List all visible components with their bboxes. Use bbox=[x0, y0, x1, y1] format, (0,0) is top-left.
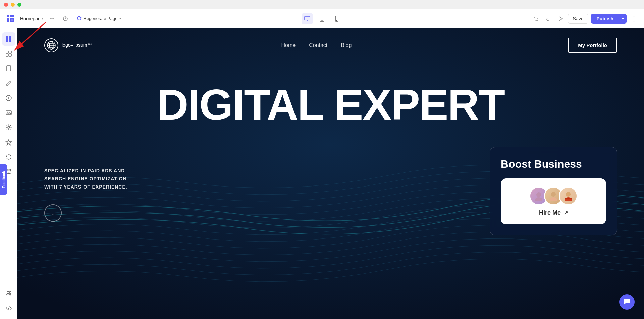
scroll-down-button[interactable]: ↓ bbox=[44, 204, 62, 222]
svg-rect-13 bbox=[6, 54, 8, 56]
play-icon[interactable] bbox=[556, 14, 565, 23]
traffic-light-yellow[interactable] bbox=[11, 3, 15, 7]
hire-me-row[interactable]: Hire Me ↗ bbox=[539, 209, 568, 216]
sidebar-item-edit[interactable] bbox=[2, 76, 15, 90]
traffic-light-red[interactable] bbox=[4, 3, 8, 7]
site-nav: logo– ipsum™ Home Contact Blog My Portfo… bbox=[17, 28, 644, 62]
avatar-3 bbox=[559, 187, 578, 205]
nav-link-blog[interactable]: Blog bbox=[341, 42, 352, 48]
svg-point-3 bbox=[322, 20, 322, 21]
hire-me-arrow-icon: ↗ bbox=[564, 210, 568, 216]
toolbar: Homepage Regenerate Page ▾ bbox=[0, 9, 644, 28]
tablet-view-button[interactable] bbox=[317, 13, 327, 24]
history-icon[interactable] bbox=[61, 14, 70, 23]
chat-bubble[interactable] bbox=[619, 294, 635, 310]
logo-text: logo– ipsum™ bbox=[62, 42, 92, 48]
nav-link-home[interactable]: Home bbox=[281, 42, 296, 48]
apps-icon[interactable] bbox=[5, 13, 16, 24]
mobile-view-button[interactable] bbox=[331, 13, 342, 24]
avatar-group bbox=[529, 187, 578, 205]
sidebar-item-history[interactable] bbox=[2, 150, 15, 164]
canvas: logo– ipsum™ Home Contact Blog My Portfo… bbox=[17, 28, 644, 319]
svg-rect-9 bbox=[6, 39, 8, 42]
sidebar-item-elements[interactable] bbox=[2, 47, 15, 60]
svg-point-25 bbox=[7, 291, 9, 294]
logo-globe-icon bbox=[44, 38, 58, 52]
svg-point-34 bbox=[535, 197, 542, 201]
sidebar-item-add[interactable] bbox=[2, 91, 15, 105]
svg-marker-6 bbox=[559, 17, 562, 21]
feedback-tab-vertical[interactable]: Feedback bbox=[0, 164, 7, 195]
regenerate-chevron[interactable]: ▾ bbox=[119, 17, 121, 20]
toolbar-center bbox=[302, 13, 342, 24]
hero-left: SPECIALIZED IN PAID ADS AND SEARCH ENGIN… bbox=[44, 147, 490, 222]
svg-point-38 bbox=[565, 197, 572, 201]
svg-rect-12 bbox=[9, 51, 11, 53]
svg-point-37 bbox=[566, 192, 571, 197]
svg-point-36 bbox=[550, 197, 557, 201]
save-button[interactable]: Save bbox=[568, 14, 589, 24]
sidebar-item-grid[interactable] bbox=[2, 32, 15, 46]
pin-icon[interactable] bbox=[47, 14, 57, 23]
svg-rect-7 bbox=[6, 36, 8, 39]
hero-section: DIGITAL EXPERT bbox=[17, 63, 644, 140]
more-options-icon[interactable]: ⋮ bbox=[629, 14, 639, 23]
desktop-view-button[interactable] bbox=[302, 13, 313, 24]
svg-marker-23 bbox=[6, 140, 11, 145]
portfolio-button[interactable]: My Portfolio bbox=[568, 38, 617, 53]
svg-point-5 bbox=[336, 20, 337, 21]
toolbar-right: Save Publish ▾ ⋮ bbox=[346, 14, 639, 24]
svg-rect-8 bbox=[9, 36, 11, 39]
regenerate-button[interactable]: Regenerate Page ▾ bbox=[74, 15, 124, 22]
regenerate-label: Regenerate Page bbox=[84, 16, 118, 21]
hero-subtitle: SPECIALIZED IN PAID ADS AND SEARCH ENGIN… bbox=[44, 167, 145, 191]
feedback-label: Feedback bbox=[2, 171, 6, 188]
hire-me-label: Hire Me bbox=[539, 209, 561, 216]
svg-rect-14 bbox=[9, 54, 11, 56]
sidebar-item-integrations[interactable] bbox=[2, 302, 15, 315]
svg-point-26 bbox=[9, 292, 11, 294]
boost-card: Boost Business bbox=[490, 147, 617, 235]
nav-link-contact[interactable]: Contact bbox=[309, 42, 327, 48]
svg-rect-10 bbox=[9, 39, 11, 42]
publish-button-group[interactable]: Publish ▾ bbox=[591, 14, 627, 24]
grid-dots bbox=[7, 15, 14, 22]
svg-rect-11 bbox=[6, 51, 8, 53]
toolbar-left: Homepage Regenerate Page ▾ bbox=[5, 13, 298, 24]
sidebar-item-settings[interactable] bbox=[2, 121, 15, 134]
homepage-label[interactable]: Homepage bbox=[20, 16, 43, 21]
sidebar-item-pages[interactable] bbox=[2, 62, 15, 75]
svg-rect-1 bbox=[305, 16, 310, 20]
svg-point-33 bbox=[536, 192, 541, 197]
svg-point-22 bbox=[8, 126, 10, 128]
hero-bottom: SPECIALIZED IN PAID ADS AND SEARCH ENGIN… bbox=[17, 147, 644, 235]
site-nav-links: Home Contact Blog bbox=[281, 42, 352, 48]
site-preview: logo– ipsum™ Home Contact Blog My Portfo… bbox=[17, 28, 644, 319]
publish-label[interactable]: Publish bbox=[591, 14, 619, 24]
boost-title: Boost Business bbox=[501, 158, 606, 170]
boost-avatars-container: Hire Me ↗ bbox=[501, 178, 606, 224]
hero-title: DIGITAL EXPERT bbox=[157, 83, 504, 126]
svg-rect-15 bbox=[7, 66, 11, 71]
sidebar-item-media[interactable] bbox=[2, 106, 15, 119]
undo-toolbar-icon[interactable] bbox=[532, 14, 541, 23]
traffic-light-green[interactable] bbox=[17, 3, 21, 7]
redo-toolbar-icon[interactable] bbox=[544, 14, 553, 23]
titlebar bbox=[0, 0, 644, 9]
svg-point-35 bbox=[551, 192, 556, 197]
sidebar-item-team[interactable] bbox=[2, 287, 15, 300]
site-logo: logo– ipsum™ bbox=[44, 38, 92, 52]
publish-dropdown-chevron[interactable]: ▾ bbox=[619, 14, 627, 23]
